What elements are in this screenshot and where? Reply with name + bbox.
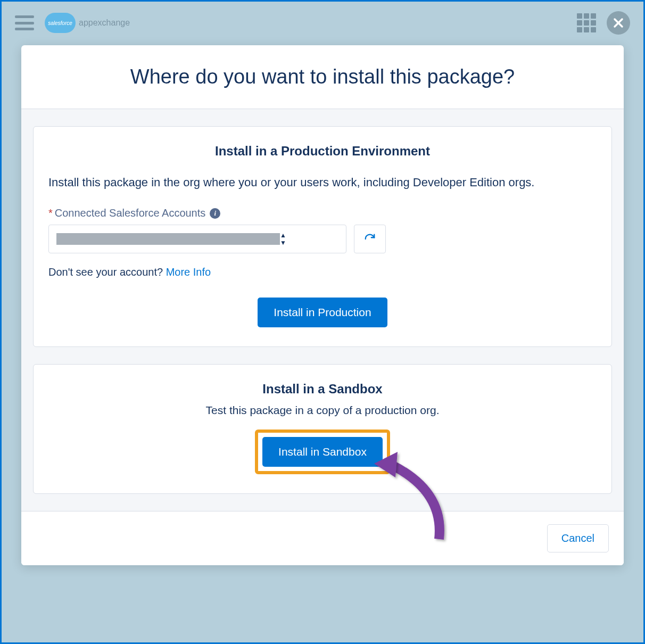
accounts-select[interactable]: ▲▼: [48, 225, 346, 253]
cancel-button[interactable]: Cancel: [547, 524, 609, 552]
app-header: salesforce appexchange: [2, 2, 643, 44]
salesforce-cloud-icon: salesforce: [45, 13, 76, 33]
select-arrows-icon: ▲▼: [280, 232, 286, 246]
refresh-icon: [364, 233, 376, 245]
info-icon[interactable]: i: [210, 208, 220, 219]
sandbox-card: Install in a Sandbox Test this package i…: [33, 364, 612, 494]
modal-footer: Cancel: [21, 511, 624, 565]
install-production-button[interactable]: Install in Production: [258, 298, 387, 327]
sandbox-description: Test this package in a copy of a product…: [48, 404, 597, 417]
select-value-redacted: [56, 233, 280, 245]
brand-logo: salesforce appexchange: [45, 13, 130, 33]
production-title: Install in a Production Environment: [48, 144, 597, 159]
production-description: Install this package in the org where yo…: [48, 174, 597, 191]
highlight-annotation: Install in Sandbox: [255, 430, 390, 474]
apps-grid-icon[interactable]: [577, 13, 596, 32]
required-indicator: *: [48, 207, 53, 219]
refresh-button[interactable]: [354, 225, 386, 253]
help-text: Don't see your account? More Info: [48, 266, 597, 278]
modal-body: Install in a Production Environment Inst…: [21, 109, 624, 511]
close-icon[interactable]: [607, 11, 630, 35]
menu-icon[interactable]: [15, 15, 34, 30]
install-modal: Where do you want to install this packag…: [21, 45, 624, 565]
production-card: Install in a Production Environment Inst…: [33, 126, 612, 347]
sandbox-title: Install in a Sandbox: [48, 382, 597, 397]
modal-title: Where do you want to install this packag…: [21, 45, 624, 109]
more-info-link[interactable]: More Info: [166, 266, 211, 278]
accounts-field-label: *Connected Salesforce Accounts i: [48, 207, 597, 219]
brand-suffix: appexchange: [79, 18, 130, 28]
install-sandbox-button[interactable]: Install in Sandbox: [262, 437, 383, 467]
